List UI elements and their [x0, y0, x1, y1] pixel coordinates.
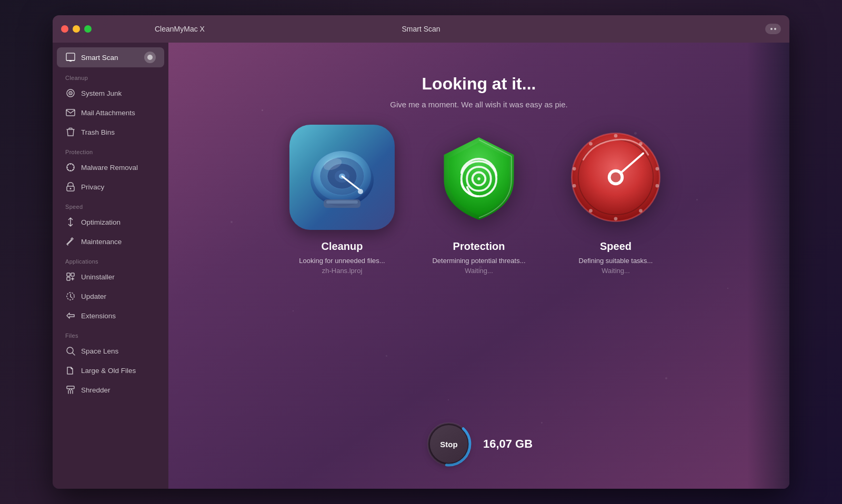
sidebar: Smart Scan Cleanup System [53, 43, 168, 489]
maintenance-icon [65, 236, 76, 247]
traffic-lights [61, 25, 92, 33]
svg-line-30 [73, 353, 75, 355]
cleanup-status: Looking for unneeded files... [299, 257, 385, 265]
privacy-label: Privacy [81, 183, 104, 191]
svg-point-56 [656, 167, 659, 171]
speed-icon-container [563, 125, 668, 230]
extensions-label: Extensions [81, 312, 116, 320]
optimization-icon [65, 217, 76, 227]
speed-substatus: Waiting... [602, 267, 630, 275]
maintenance-label: Maintenance [81, 238, 122, 246]
sidebar-section-protection: Protection [53, 144, 168, 157]
shredder-label: Shredder [81, 386, 111, 394]
svg-point-46 [358, 189, 363, 194]
sidebar-item-malware-removal[interactable]: Malware Removal [57, 158, 164, 177]
svg-rect-24 [71, 273, 74, 276]
title-bar: CleanMyMac X Smart Scan [53, 15, 789, 43]
close-button[interactable] [61, 25, 68, 33]
dot2 [774, 28, 776, 30]
stop-button-container: Stop [425, 420, 473, 468]
svg-rect-0 [66, 53, 75, 61]
sidebar-item-mail-attachments[interactable]: Mail Attachments [57, 103, 164, 122]
sidebar-item-shredder[interactable]: Shredder [57, 380, 164, 399]
svg-point-66 [611, 173, 621, 183]
svg-point-62 [573, 167, 576, 171]
svg-rect-6 [66, 109, 75, 116]
svg-point-54 [614, 134, 618, 138]
cleanup-card: Cleanup Looking for unneeded files... zh… [284, 125, 400, 275]
protection-status: Determining potential threats... [432, 257, 525, 265]
sidebar-item-system-junk[interactable]: System Junk [57, 84, 164, 103]
cleanup-title: Cleanup [322, 240, 363, 253]
cards-container: Cleanup Looking for unneeded files... zh… [263, 125, 695, 275]
sidebar-section-files: Files [53, 327, 168, 341]
mail-attachments-label: Mail Attachments [81, 109, 135, 117]
dot1 [770, 28, 773, 30]
stop-button[interactable]: Stop [430, 425, 468, 463]
bottom-controls: Stop 16,07 GB [425, 420, 533, 468]
svg-point-17 [70, 188, 72, 189]
sidebar-section-applications: Applications [53, 253, 168, 267]
sidebar-section-cleanup: Cleanup [53, 69, 168, 83]
space-lens-label: Space Lens [81, 347, 118, 355]
svg-point-5 [70, 93, 71, 94]
protection-substatus: Waiting... [465, 267, 493, 275]
app-name: CleanMyMac X [155, 25, 205, 33]
malware-removal-label: Malware Removal [81, 164, 138, 172]
smart-scan-badge-inner [147, 55, 153, 60]
sidebar-item-updater[interactable]: Updater [57, 287, 164, 306]
sidebar-section-speed: Speed [53, 198, 168, 212]
mail-icon [65, 107, 76, 118]
minimize-button[interactable] [73, 25, 80, 33]
svg-rect-48 [326, 200, 358, 204]
svg-point-58 [639, 209, 643, 213]
sidebar-item-extensions[interactable]: Extensions [57, 306, 164, 325]
cleanup-icon-container [289, 125, 395, 230]
bg-edge [747, 43, 789, 489]
protection-shield-icon [426, 125, 532, 230]
large-files-icon [65, 365, 76, 376]
sidebar-item-privacy[interactable]: Privacy [57, 177, 164, 196]
sidebar-item-uninstaller[interactable]: Uninstaller [57, 267, 164, 286]
more-options-button[interactable] [765, 24, 781, 34]
sidebar-item-space-lens[interactable]: Space Lens [57, 341, 164, 360]
updater-label: Updater [81, 293, 106, 300]
protection-icon-container [426, 125, 532, 230]
svg-point-57 [656, 184, 659, 188]
cleanup-substatus: zh-Hans.lproj [322, 267, 363, 275]
smart-scan-badge [144, 52, 156, 63]
extensions-icon [65, 310, 76, 321]
smart-scan-label: Smart Scan [81, 54, 118, 62]
large-old-files-label: Large & Old Files [81, 367, 136, 375]
protection-title: Protection [453, 240, 505, 253]
panel-header: Looking at it... Give me a moment. We al… [390, 43, 567, 125]
trash-icon [65, 127, 76, 137]
svg-point-59 [614, 217, 618, 221]
svg-line-14 [73, 165, 73, 165]
svg-point-29 [67, 347, 73, 354]
system-junk-icon [65, 88, 76, 98]
sidebar-item-smart-scan[interactable]: Smart Scan [57, 47, 164, 67]
sidebar-item-trash-bins[interactable]: Trash Bins [57, 123, 164, 142]
privacy-icon [65, 182, 76, 192]
space-lens-icon [65, 346, 76, 356]
main-subheading: Give me a moment. We all wish it was eas… [390, 100, 567, 109]
malware-icon [65, 162, 76, 173]
window-title: Smart Scan [402, 25, 440, 33]
protection-card: Protection Determining potential threats… [421, 125, 537, 275]
maximize-button[interactable] [84, 25, 92, 33]
updater-icon [65, 291, 76, 301]
uninstaller-label: Uninstaller [81, 273, 115, 281]
svg-rect-2 [69, 61, 72, 62]
shredder-icon [65, 385, 76, 395]
svg-point-63 [589, 142, 593, 146]
sidebar-item-optimization[interactable]: Optimization [57, 213, 164, 231]
sidebar-item-large-old-files[interactable]: Large & Old Files [57, 361, 164, 380]
cleanup-disk-icon [289, 125, 395, 230]
svg-point-60 [589, 209, 593, 213]
sidebar-item-maintenance[interactable]: Maintenance [57, 232, 164, 251]
size-display: 16,07 GB [483, 437, 533, 451]
svg-line-13 [73, 169, 73, 170]
main-content: Smart Scan Cleanup System [53, 43, 789, 489]
svg-point-50 [477, 177, 480, 180]
